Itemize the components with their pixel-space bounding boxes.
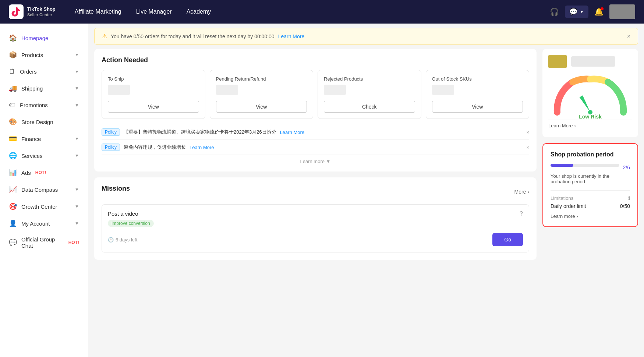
sidebar-label-shipping: Shipping [21, 85, 43, 92]
rejected-products-label: Rejected Products [324, 76, 363, 82]
risk-brand-icon [548, 55, 567, 68]
sidebar-item-store-design[interactable]: 🎨 Store Design [0, 113, 88, 130]
avatar[interactable] [609, 4, 635, 19]
sidebar-label-official-group-chat: Official Group Chat [21, 236, 64, 249]
check-rejected-button[interactable]: Check [324, 101, 415, 113]
policy-notice-1: Policy 【重要】普特敦物流渠道、跨境买卖家物流价卡将于2022年3月26日… [102, 125, 529, 140]
probation-description: Your shop is currently in the probation … [551, 173, 630, 184]
action-grid: To Ship View Pending Return/Refund View … [102, 70, 529, 119]
risk-learn-more-link[interactable]: Learn More › [548, 123, 632, 128]
action-needed-card: Action Needed To Ship View Pending Retur… [94, 49, 537, 172]
missions-more-link[interactable]: More › [514, 189, 529, 195]
progress-bar-bg [551, 164, 619, 167]
limitations-header-row: Limitations ℹ [551, 195, 630, 201]
nav-links: Affiliate Marketing Live Manager Academy [75, 8, 538, 15]
action-card-out-of-stock: Out of Stock SKUs View [426, 70, 530, 119]
sidebar-item-services[interactable]: 🌐 Services ▼ [0, 147, 88, 164]
sidebar-label-promotions: Promotions [20, 102, 48, 108]
limitations-info-icon[interactable]: ℹ [628, 195, 630, 201]
clock-icon: 🕐 [108, 237, 114, 243]
probation-learn-more-chevron-icon: › [576, 213, 578, 219]
policy-badge-1: Policy [102, 128, 120, 136]
risk-learn-more-chevron-icon: › [574, 123, 576, 128]
probation-learn-more-link[interactable]: Learn more › [551, 213, 630, 219]
notification-button[interactable]: 🔔 [594, 7, 604, 16]
nav-live-manager[interactable]: Live Manager [136, 8, 172, 15]
rejected-products-value [324, 85, 346, 95]
main-column: Action Needed To Ship View Pending Retur… [94, 49, 537, 260]
sidebar-label-products: Products [21, 52, 43, 58]
view-return-refund-button[interactable]: View [216, 101, 307, 113]
sidebar-item-ads[interactable]: 📊 Ads HOT! [0, 164, 88, 181]
sidebar-label-ads: Ads [21, 170, 31, 176]
growth-center-icon: 🎯 [9, 202, 17, 211]
order-limit-banner: ⚠ You have 0/50 orders for today and it … [94, 28, 638, 45]
tiktok-logo-icon [9, 4, 24, 19]
probation-learn-more-label: Learn more [551, 213, 575, 219]
sidebar-item-products[interactable]: 📦 Products ▼ [0, 46, 88, 63]
learn-more-expand-row[interactable]: Learn more ▼ [102, 155, 529, 164]
official-group-chat-icon: 💬 [9, 238, 17, 247]
action-card-to-ship: To Ship View [102, 70, 205, 119]
growth-center-chevron-icon: ▼ [75, 204, 79, 209]
policy-close-2[interactable]: × [526, 145, 529, 150]
home-icon: 🏠 [9, 34, 17, 42]
mission-post-video: Post a video Improve conversion ? 🕐 6 da… [102, 204, 529, 252]
notification-dot [601, 7, 604, 10]
sidebar-item-homepage[interactable]: 🏠 Homepage [0, 29, 88, 46]
limitations-label: Limitations [551, 195, 573, 201]
sidebar-label-my-account: My Account [21, 220, 50, 227]
shipping-icon: 🚚 [9, 84, 17, 92]
sidebar-label-data-compass: Data Compass [21, 187, 58, 193]
nav-academy[interactable]: Academy [187, 8, 211, 15]
policy-text-1: 【重要】普特敦物流渠道、跨境买卖家物流价卡将于2022年3月26日拆分 [124, 129, 276, 135]
nav-affiliate-marketing[interactable]: Affiliate Marketing [75, 8, 121, 15]
progress-count: 2/6 [623, 165, 630, 170]
content-area: ⚠ You have 0/50 orders for today and it … [88, 24, 644, 357]
orders-icon: 🗒 [9, 68, 15, 75]
sidebar-item-official-group-chat[interactable]: 💬 Official Group Chat HOT! [0, 232, 88, 253]
sidebar-label-orders: Orders [20, 68, 37, 75]
sidebar-item-data-compass[interactable]: 📈 Data Compass ▼ [0, 181, 88, 198]
policy-learn-more-1[interactable]: Learn More [280, 130, 304, 135]
orders-chevron-icon: ▼ [75, 69, 79, 74]
sidebar-item-finance[interactable]: 💳 Finance ▼ [0, 130, 88, 147]
sidebar-label-growth-center: Growth Center [21, 204, 57, 210]
mission-info-icon[interactable]: ? [520, 211, 523, 217]
risk-banner-row [548, 55, 632, 68]
logo: TikTok Shop Seller Center [9, 4, 56, 19]
mission-time: 🕐 6 days left [108, 237, 137, 243]
sidebar-item-shipping[interactable]: 🚚 Shipping ▼ [0, 80, 88, 97]
sidebar-item-orders[interactable]: 🗒 Orders ▼ [0, 63, 88, 80]
to-ship-value [108, 85, 130, 95]
gauge-chart: Low Risk [550, 72, 631, 116]
banner-close-button[interactable]: × [627, 33, 630, 40]
sidebar-item-growth-center[interactable]: 🎯 Growth Center ▼ [0, 198, 88, 215]
warning-icon: ⚠ [102, 33, 107, 40]
policy-learn-more-2[interactable]: Learn More [190, 145, 214, 150]
sidebar-item-promotions[interactable]: 🏷 Promotions ▼ [0, 97, 88, 113]
promotions-icon: 🏷 [9, 101, 15, 109]
missions-header: Missions More › [102, 185, 529, 198]
mission-footer: 🕐 6 days left Go [108, 233, 523, 246]
right-column: Low Risk Learn More › Shop probation per… [542, 49, 638, 260]
headset-button[interactable]: 🎧 [550, 7, 559, 16]
my-account-icon: 👤 [9, 219, 17, 227]
missions-card: Missions More › Post a video Improve con… [94, 177, 537, 260]
missions-more-chevron-icon: › [527, 189, 529, 195]
probation-title: Shop probation period [551, 151, 630, 158]
mission-top: Post a video Improve conversion ? [108, 211, 523, 227]
nav-right: 🎧 💬 ▼ 🔔 [550, 4, 635, 19]
chat-icon: 💬 [569, 8, 577, 16]
view-to-ship-button[interactable]: View [108, 101, 199, 113]
chat-button[interactable]: 💬 ▼ [565, 6, 588, 18]
sidebar-item-my-account[interactable]: 👤 My Account ▼ [0, 215, 88, 232]
risk-card: Low Risk Learn More › [542, 49, 638, 137]
probation-divider [551, 190, 630, 191]
policy-close-1[interactable]: × [526, 130, 529, 135]
banner-learn-more-link[interactable]: Learn More [278, 33, 305, 39]
view-out-of-stock-button[interactable]: View [432, 101, 523, 113]
to-ship-label: To Ship [108, 76, 124, 82]
mission-go-button[interactable]: Go [492, 233, 523, 246]
action-card-rejected-products: Rejected Products Check [318, 70, 421, 119]
